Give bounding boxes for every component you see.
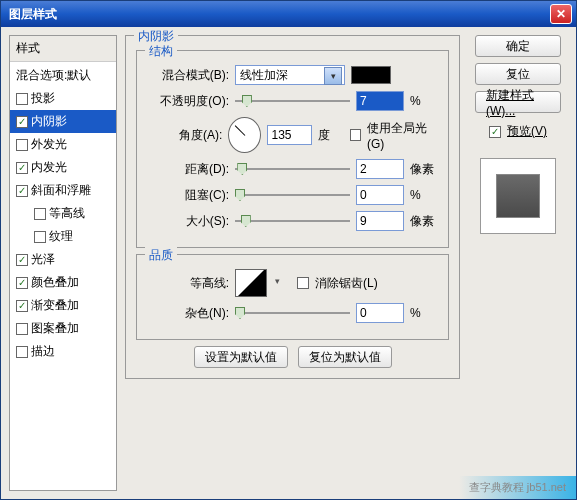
style-checkbox-contour[interactable]	[34, 208, 46, 220]
contour-picker[interactable]	[235, 269, 267, 297]
distance-unit: 像素	[410, 161, 438, 178]
choke-unit: %	[410, 188, 438, 202]
noise-label: 杂色(N):	[147, 305, 229, 322]
quality-group: 品质 等高线: 消除锯齿(L) 杂色(N): 0 %	[136, 254, 449, 340]
make-default-button[interactable]: 设置为默认值	[194, 346, 288, 368]
styles-header: 样式	[10, 36, 116, 62]
styles-list-panel: 样式 混合选项:默认 投影内阴影外发光内发光斜面和浮雕等高线纹理光泽颜色叠加渐变…	[9, 35, 117, 491]
blend-mode-label: 混合模式(B):	[147, 67, 229, 84]
style-checkbox-stroke[interactable]	[16, 346, 28, 358]
window-title: 图层样式	[5, 6, 550, 23]
opacity-label: 不透明度(O):	[147, 93, 229, 110]
style-item-satin[interactable]: 光泽	[10, 248, 116, 271]
global-light-checkbox[interactable]	[350, 129, 361, 141]
style-item-drop_shadow[interactable]: 投影	[10, 87, 116, 110]
settings-panel: 内阴影 结构 混合模式(B): 线性加深 不透明度(O): 7 %	[125, 35, 460, 491]
style-checkbox-bevel[interactable]	[16, 185, 28, 197]
opacity-slider[interactable]	[235, 94, 350, 108]
style-label: 光泽	[31, 251, 55, 268]
shadow-color-swatch[interactable]	[351, 66, 391, 84]
blend-mode-select[interactable]: 线性加深	[235, 65, 345, 85]
style-label: 内发光	[31, 159, 67, 176]
style-label: 外发光	[31, 136, 67, 153]
cancel-button[interactable]: 复位	[475, 63, 561, 85]
watermark: 查字典教程 jb51.net	[459, 476, 576, 499]
style-label: 投影	[31, 90, 55, 107]
choke-input[interactable]: 0	[356, 185, 404, 205]
size-slider[interactable]	[235, 214, 350, 228]
style-label: 纹理	[49, 228, 73, 245]
antialias-checkbox[interactable]	[297, 277, 309, 289]
preview-box	[480, 158, 556, 234]
action-panel: 确定 复位 新建样式(W)... 预览(V)	[468, 35, 568, 491]
style-label: 内阴影	[31, 113, 67, 130]
style-item-texture[interactable]: 纹理	[10, 225, 116, 248]
global-light-label: 使用全局光(G)	[367, 120, 438, 151]
style-checkbox-pattern_overlay[interactable]	[16, 323, 28, 335]
noise-input[interactable]: 0	[356, 303, 404, 323]
style-item-inner_glow[interactable]: 内发光	[10, 156, 116, 179]
style-label: 图案叠加	[31, 320, 79, 337]
noise-unit: %	[410, 306, 438, 320]
quality-legend: 品质	[145, 247, 177, 264]
contour-label: 等高线:	[147, 275, 229, 292]
distance-input[interactable]: 2	[356, 159, 404, 179]
angle-input[interactable]: 135	[267, 125, 312, 145]
size-label: 大小(S):	[147, 213, 229, 230]
style-label: 斜面和浮雕	[31, 182, 91, 199]
structure-group: 结构 混合模式(B): 线性加深 不透明度(O): 7 % 角度(A):	[136, 50, 449, 248]
angle-dial[interactable]	[228, 117, 261, 153]
structure-legend: 结构	[145, 43, 177, 60]
antialias-label: 消除锯齿(L)	[315, 275, 378, 292]
style-label: 描边	[31, 343, 55, 360]
ok-button[interactable]: 确定	[475, 35, 561, 57]
size-input[interactable]: 9	[356, 211, 404, 231]
preview-swatch	[496, 174, 540, 218]
distance-label: 距离(D):	[147, 161, 229, 178]
style-item-color_overlay[interactable]: 颜色叠加	[10, 271, 116, 294]
style-label: 颜色叠加	[31, 274, 79, 291]
preview-label: 预览(V)	[507, 123, 547, 140]
style-label: 渐变叠加	[31, 297, 79, 314]
titlebar: 图层样式 ✕	[1, 1, 576, 27]
style-item-bevel[interactable]: 斜面和浮雕	[10, 179, 116, 202]
style-item-inner_shadow[interactable]: 内阴影	[10, 110, 116, 133]
style-item-outer_glow[interactable]: 外发光	[10, 133, 116, 156]
style-checkbox-gradient_overlay[interactable]	[16, 300, 28, 312]
angle-unit: 度	[318, 127, 344, 144]
choke-label: 阻塞(C):	[147, 187, 229, 204]
opacity-input[interactable]: 7	[356, 91, 404, 111]
inner-shadow-group: 内阴影 结构 混合模式(B): 线性加深 不透明度(O): 7 %	[125, 35, 460, 379]
style-checkbox-texture[interactable]	[34, 231, 46, 243]
style-checkbox-drop_shadow[interactable]	[16, 93, 28, 105]
distance-slider[interactable]	[235, 162, 350, 176]
style-checkbox-inner_shadow[interactable]	[16, 116, 28, 128]
style-label: 等高线	[49, 205, 85, 222]
blend-options-item[interactable]: 混合选项:默认	[10, 64, 116, 87]
style-checkbox-inner_glow[interactable]	[16, 162, 28, 174]
layer-style-dialog: 图层样式 ✕ 样式 混合选项:默认 投影内阴影外发光内发光斜面和浮雕等高线纹理光…	[0, 0, 577, 500]
preview-checkbox[interactable]	[489, 126, 501, 138]
style-item-stroke[interactable]: 描边	[10, 340, 116, 363]
style-item-pattern_overlay[interactable]: 图案叠加	[10, 317, 116, 340]
style-item-gradient_overlay[interactable]: 渐变叠加	[10, 294, 116, 317]
choke-slider[interactable]	[235, 188, 350, 202]
angle-label: 角度(A):	[147, 127, 222, 144]
size-unit: 像素	[410, 213, 438, 230]
noise-slider[interactable]	[235, 306, 350, 320]
new-style-button[interactable]: 新建样式(W)...	[475, 91, 561, 113]
opacity-unit: %	[410, 94, 438, 108]
reset-default-button[interactable]: 复位为默认值	[298, 346, 392, 368]
style-checkbox-outer_glow[interactable]	[16, 139, 28, 151]
style-checkbox-satin[interactable]	[16, 254, 28, 266]
style-item-contour[interactable]: 等高线	[10, 202, 116, 225]
close-button[interactable]: ✕	[550, 4, 572, 24]
style-checkbox-color_overlay[interactable]	[16, 277, 28, 289]
